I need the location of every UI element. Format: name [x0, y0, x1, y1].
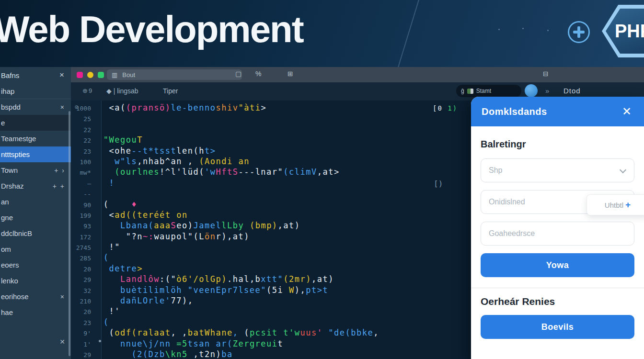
code-text: ( ♦ [98, 200, 137, 209]
sidebar-item-label: hae [1, 308, 64, 316]
line-number: 1000 [71, 103, 98, 114]
close-icon[interactable]: × [60, 293, 64, 301]
sidebar-item-om[interactable]: om [0, 241, 71, 257]
code-text: ! [98, 178, 115, 188]
modal-body: Balretingr Shp Onidislned Goaheedrsce Yo… [471, 126, 644, 339]
close-icon[interactable]: ✕ [622, 105, 632, 118]
modal-header: Domklsdands ✕ [471, 97, 644, 126]
breadcrumb[interactable]: ◆ | lingsab [106, 87, 138, 95]
sidebar-list: ihapbspdd×eTeamestgentttsptiesTown+›Drsh… [0, 83, 71, 320]
code-text: <ad((teréét on [98, 210, 188, 220]
plus-icon[interactable]: + [53, 182, 57, 190]
code-text: dañLOrle'77), [98, 296, 194, 305]
modal-panel: Domklsdands ✕ Balretingr Shp Onidislned … [471, 97, 644, 359]
sidebar-item-lenko[interactable]: lenko [0, 273, 71, 289]
window-maximize-dot[interactable] [98, 72, 104, 78]
status-label: Stamt [476, 88, 491, 94]
plane-icon[interactable]: » [545, 87, 549, 95]
sidebar-item-ntttspties[interactable]: ntttspties [0, 146, 71, 162]
line-number: 9' [71, 328, 98, 339]
modal-section-heading: Balretingr [481, 139, 634, 150]
sidebar-item-eoers[interactable]: eoers [0, 257, 71, 273]
code-text: (ourlnes!^l'lüd('wHftS---lnar"(climV,at> [98, 167, 340, 177]
sidebar-item-e[interactable]: e [0, 115, 71, 131]
sidebar-item-Town[interactable]: Town+› [0, 162, 71, 178]
text-input-2[interactable]: Goaheedrsce [481, 222, 634, 246]
pin-icon[interactable]: × [60, 103, 64, 111]
dropdown-select[interactable]: Shp [481, 158, 634, 182]
input-placeholder: Goaheedrsce [489, 229, 535, 238]
sidebar-scrollbar[interactable] [69, 111, 70, 356]
chevron-icon[interactable]: › [62, 167, 64, 174]
percent-icon[interactable]: % [255, 70, 261, 78]
plus-icon[interactable]: + [60, 182, 64, 190]
line-number: 29 [71, 350, 98, 359]
divider [471, 288, 644, 288]
code-text: "WegouT [98, 135, 143, 145]
sidebar-bottom-icon[interactable]: ✕ [59, 338, 65, 346]
editor-tab[interactable]: ▥ Bout [107, 69, 242, 80]
line-number: 23 [71, 146, 98, 157]
decorative-diagonal [393, 0, 422, 67]
floating-chip[interactable]: Uhtbtl + [586, 194, 644, 215]
square-icon[interactable]: ▢ [235, 70, 242, 78]
sidebar-header: Bafns × [0, 67, 71, 83]
status-pill[interactable]: ĝ Stamt [456, 85, 521, 97]
window-close-dot[interactable] [77, 72, 83, 78]
sidebar-item-eorihose[interactable]: eorihose× [0, 289, 71, 304]
sidebar-item-label: bspdd [1, 103, 57, 111]
sidebar-item-Drshaz[interactable]: Drshaz++ [0, 178, 71, 194]
line-number: 23 [71, 318, 98, 328]
gutter-badge: ⊕9 [82, 87, 93, 94]
code-text: ( [98, 317, 109, 327]
plus-circle-icon[interactable] [568, 21, 590, 43]
php-logo: PHP [602, 5, 644, 57]
sidebar-item-Teamestge[interactable]: Teamestge [0, 131, 71, 146]
fold-glyph: [) [434, 179, 443, 188]
code-text: w"ls,nhab^an , (Aondi an [98, 157, 250, 166]
select-placeholder: Shp [489, 166, 502, 175]
tab-title: Bout [122, 71, 135, 79]
chip-label: Uhtbtl [605, 201, 623, 209]
chevron-down-icon [620, 167, 626, 173]
avatar[interactable] [525, 84, 538, 97]
secondary-button[interactable]: Boevils [481, 315, 634, 339]
code-text: ( [98, 253, 109, 262]
decorative-star [547, 30, 549, 31]
status-prefix-icon: ĝ [461, 88, 464, 94]
plus-icon[interactable]: + [54, 167, 58, 174]
line-number: mw* [71, 168, 98, 178]
sidebar-item-bspdd[interactable]: bspdd× [0, 99, 71, 115]
sidebar-item-an[interactable]: an [0, 194, 71, 210]
line-number: 93 [71, 221, 98, 232]
panel-icon[interactable]: ⊟ [543, 70, 549, 78]
grid-icon[interactable]: ⊞ [288, 70, 293, 78]
sidebar-item-label: gne [1, 213, 64, 222]
line-number: 20 [71, 307, 98, 317]
breadcrumb-right-label: Dtod [564, 87, 581, 95]
breadcrumb-file[interactable]: Tiper [163, 87, 178, 95]
sidebar-item-label: ihap [1, 87, 64, 95]
sidebar-item-label: an [1, 198, 64, 206]
sidebar-item-label: e [1, 119, 64, 127]
primary-button[interactable]: Yowa [481, 253, 634, 277]
line-number: 32 [71, 286, 98, 296]
line-number: 29 [71, 275, 98, 285]
modal-section-heading-2: Oerheár Renies [481, 296, 634, 307]
code-text: detre> [98, 264, 143, 273]
sidebar-item-ihap[interactable]: ihap [0, 83, 71, 99]
editor-titlebar: ▥ Bout ▢ % ⊞ ⊟ [71, 67, 644, 82]
plus-icon: + [625, 200, 631, 210]
close-icon[interactable]: × [59, 70, 64, 80]
sidebar-item-hae[interactable]: hae [0, 304, 71, 320]
code-text: (2(Dzb\kn5 ,t2n)ba [98, 349, 233, 359]
code-text: !' [98, 306, 120, 316]
sidebar-title: Bafns [1, 71, 19, 79]
window-minimize-dot[interactable] [87, 72, 93, 78]
sidebar-item-ddclbnicB[interactable]: ddclbnicB [0, 225, 71, 241]
sidebar-item-gne[interactable]: gne [0, 210, 71, 225]
code-text: (odf(ralaat, ,batWhane, (pcsit t'wuus' "… [98, 328, 379, 337]
php-logo-text: PHP [615, 21, 644, 42]
code-text: nnue\j/nn =5tsan ar(Zergreuit [98, 339, 283, 348]
line-number: -- [71, 189, 98, 200]
